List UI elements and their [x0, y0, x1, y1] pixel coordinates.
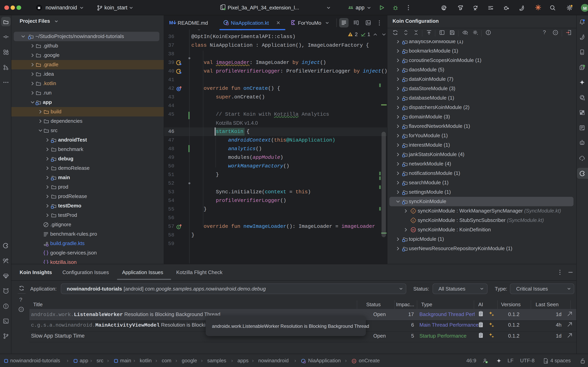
svg-text:A: A [474, 8, 476, 11]
